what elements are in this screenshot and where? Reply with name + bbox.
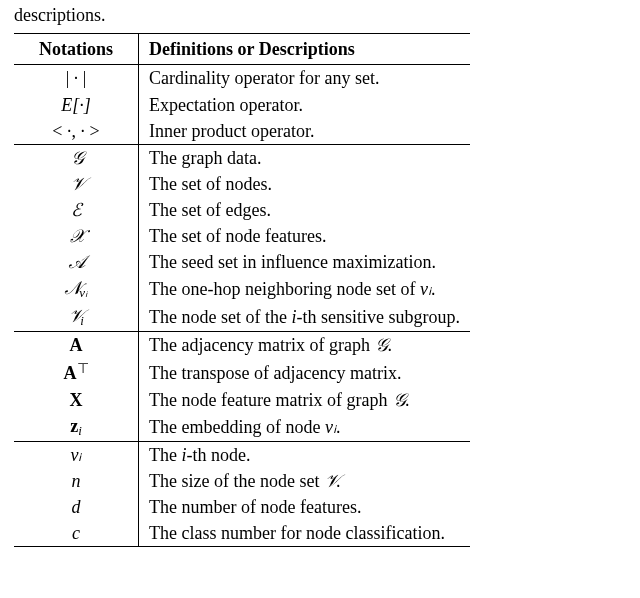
definition-cell: The embedding of node vᵢ. <box>139 413 470 442</box>
definition-text: . <box>405 390 410 410</box>
definition-cell: The set of edges. <box>139 197 470 223</box>
notation-math: z <box>70 416 78 436</box>
notation-math: E[·] <box>61 95 91 115</box>
table-row: E[·] Expectation operator. <box>14 92 470 118</box>
inline-math: vᵢ <box>325 417 336 437</box>
definition-cell: The graph data. <box>139 144 470 171</box>
notation-cell: 𝒩vᵢ <box>14 275 139 303</box>
notation-cell: E[·] <box>14 92 139 118</box>
notation-cell: 𝒢 <box>14 144 139 171</box>
table-row: A⊤ The transpose of adjacency matrix. <box>14 358 470 386</box>
notation-cell: c <box>14 520 139 547</box>
definition-cell: The number of node features. <box>139 494 470 520</box>
definition-text: . <box>431 279 436 299</box>
notation-superscript: ⊤ <box>77 360 89 376</box>
definition-text: . <box>336 471 341 491</box>
definition-cell: The size of the node set 𝒱. <box>139 468 470 494</box>
definition-text: . <box>336 417 341 437</box>
definition-text: The embedding of node <box>149 417 325 437</box>
definition-cell: Expectation operator. <box>139 92 470 118</box>
notation-cell: 𝒱i <box>14 303 139 332</box>
definition-cell: The set of node features. <box>139 223 470 249</box>
definition-cell: The adjacency matrix of graph 𝒢. <box>139 332 470 359</box>
notation-cell: A⊤ <box>14 358 139 386</box>
table-row: X The node feature matrix of graph 𝒢. <box>14 387 470 413</box>
table-row: 𝒳 The set of node features. <box>14 223 470 249</box>
notation-math: 𝒜 <box>69 252 84 272</box>
notation-table: Notations Definitions or Descriptions | … <box>14 33 470 547</box>
definition-cell: The class number for node classification… <box>139 520 470 547</box>
definition-cell: The node feature matrix of graph 𝒢. <box>139 387 470 413</box>
definition-text: The <box>149 445 181 465</box>
notation-math: n <box>72 471 81 491</box>
notation-cell: X <box>14 387 139 413</box>
notation-math: A <box>70 335 83 355</box>
table-row: vᵢ The i-th node. <box>14 441 470 468</box>
table-row: 𝒢 The graph data. <box>14 144 470 171</box>
table-row: ℰ The set of edges. <box>14 197 470 223</box>
notation-cell: A <box>14 332 139 359</box>
table-row: c The class number for node classificati… <box>14 520 470 547</box>
definition-cell: The i-th node. <box>139 441 470 468</box>
definition-text: The adjacency matrix of graph <box>149 335 374 355</box>
definition-cell: The node set of the i-th sensitive subgr… <box>139 303 470 332</box>
notation-math: c <box>72 523 80 543</box>
notation-cell: d <box>14 494 139 520</box>
definition-text: . <box>387 335 392 355</box>
table-row: zi The embedding of node vᵢ. <box>14 413 470 442</box>
table-row: 𝒜 The seed set in influence maximization… <box>14 249 470 275</box>
definition-cell: The transpose of adjacency matrix. <box>139 358 470 386</box>
table-row: 𝒩vᵢ The one-hop neighboring node set of … <box>14 275 470 303</box>
notation-cell: | · | <box>14 65 139 92</box>
notation-math: 𝒩 <box>65 278 79 298</box>
table-row: A The adjacency matrix of graph 𝒢. <box>14 332 470 359</box>
notation-cell: 𝒱 <box>14 171 139 197</box>
definition-cell: Inner product operator. <box>139 118 470 145</box>
inline-math: vᵢ <box>420 279 431 299</box>
notation-subscript: vᵢ <box>79 285 87 300</box>
notation-math: A <box>64 364 77 384</box>
col-header-definitions: Definitions or Descriptions <box>139 34 470 65</box>
definition-cell: The seed set in influence maximization. <box>139 249 470 275</box>
notation-math: d <box>72 497 81 517</box>
table-row: < ·, · > Inner product operator. <box>14 118 470 145</box>
notation-math: vᵢ <box>71 445 82 465</box>
definition-text: The one-hop neighboring node set of <box>149 279 420 299</box>
notation-cell: 𝒜 <box>14 249 139 275</box>
notation-math: X <box>70 390 83 410</box>
notation-math: 𝒱 <box>70 174 82 194</box>
definition-text: -th node. <box>187 445 251 465</box>
notation-subscript: i <box>80 313 84 328</box>
notation-cell: n <box>14 468 139 494</box>
table-row: 𝒱i The node set of the i-th sensitive su… <box>14 303 470 332</box>
definition-text: The node feature matrix of graph <box>149 390 392 410</box>
notation-math: ℰ <box>71 200 82 220</box>
table-caption: descriptions. <box>14 4 626 27</box>
notation-math: 𝒢 <box>70 148 83 168</box>
notation-cell: vᵢ <box>14 441 139 468</box>
table-row: n The size of the node set 𝒱. <box>14 468 470 494</box>
table-row: | · | Cardinality operator for any set. <box>14 65 470 92</box>
table-header-row: Notations Definitions or Descriptions <box>14 34 470 65</box>
notation-math: 𝒳 <box>69 226 83 246</box>
notation-subscript: i <box>78 423 82 438</box>
definition-cell: Cardinality operator for any set. <box>139 65 470 92</box>
notation-math: 𝒱 <box>68 306 80 326</box>
table-row: d The number of node features. <box>14 494 470 520</box>
notation-cell: 𝒳 <box>14 223 139 249</box>
notation-cell: zi <box>14 413 139 442</box>
inline-math: 𝒱 <box>324 471 336 491</box>
definition-cell: The set of nodes. <box>139 171 470 197</box>
notation-cell: < ·, · > <box>14 118 139 145</box>
notation-cell: ℰ <box>14 197 139 223</box>
inline-math: 𝒢 <box>392 390 405 410</box>
definition-text: The size of the node set <box>149 471 324 491</box>
page-root: descriptions. Notations Definitions or D… <box>0 0 640 561</box>
definition-cell: The one-hop neighboring node set of vᵢ. <box>139 275 470 303</box>
col-header-notations: Notations <box>14 34 139 65</box>
definition-text: -th sensitive subgroup. <box>296 307 460 327</box>
definition-text: The node set of the <box>149 307 291 327</box>
table-row: 𝒱 The set of nodes. <box>14 171 470 197</box>
inline-math: 𝒢 <box>374 335 387 355</box>
